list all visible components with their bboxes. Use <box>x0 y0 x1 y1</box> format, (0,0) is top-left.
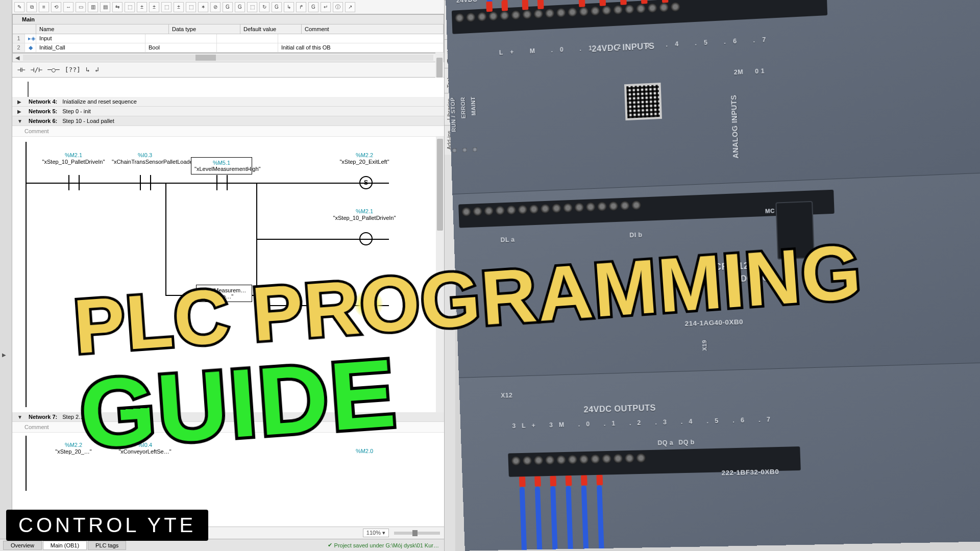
check-icon: ✔ <box>328 542 332 548</box>
network-row-4[interactable]: ▶ Network 4: Iniatialize and reset seque… <box>12 97 444 107</box>
toolbar-btn[interactable]: ⇆ <box>112 2 122 12</box>
col-comment[interactable]: Comment <box>302 24 444 34</box>
col-type[interactable]: Data type <box>169 24 240 34</box>
saved-message: ✔ Project saved under G:\Mój dysk\01 Kur… <box>328 542 439 548</box>
brand-text: CONTROL YTE <box>18 514 196 537</box>
col-default[interactable]: Default value <box>240 24 302 34</box>
branch-open-icon[interactable]: ↳ <box>86 66 90 73</box>
toolbar-btn[interactable]: G <box>235 2 245 12</box>
expand-icon[interactable]: ▼ <box>17 118 26 124</box>
zoom-select[interactable]: 110% ▾ <box>363 529 389 537</box>
tab-plc-tags[interactable]: PLC tags <box>88 541 126 550</box>
box-icon[interactable]: [??] <box>65 66 81 73</box>
coil[interactable] <box>359 232 373 245</box>
toolbar-btn[interactable]: G <box>272 2 282 12</box>
toolbar-btn[interactable]: ⬚ <box>161 2 172 12</box>
zoom-slider[interactable] <box>394 532 440 535</box>
toolbar-btn[interactable]: ⧉ <box>27 2 37 12</box>
set-coil[interactable] <box>359 176 373 189</box>
toolbar-btn[interactable]: G <box>223 2 233 12</box>
iface-row[interactable]: 2 ◆ Initial_Call Bool Initial call of th… <box>13 43 444 53</box>
collapse-icon[interactable]: ▶ <box>17 109 26 114</box>
iface-header: Name Data type Default value Comment <box>13 24 444 34</box>
plc-module-top: X10 24VDC DI a X11 DL b 24VD <box>446 0 980 200</box>
toolbar-btn[interactable]: ▤ <box>100 2 110 12</box>
tab-overview[interactable]: Overview <box>3 541 42 550</box>
toolbar-btn[interactable]: ↔ <box>63 2 74 12</box>
network-6-comment[interactable]: Comment <box>12 126 444 137</box>
tab-main-ob1[interactable]: Main (OB1) <box>43 541 87 550</box>
var-icon: ▸◈ <box>25 34 36 43</box>
coil-icon[interactable]: ─○─ <box>47 66 59 73</box>
iface-vscroll[interactable] <box>435 53 444 81</box>
editor-toolbar: ✎ ⧉ ≡ ⟲ ↔ ▭ ▥ ▤ ⇆ ⬚ ± ± ⬚ ± ⬚ ✶ ⊘ G G ⬚ … <box>12 0 444 14</box>
toolbar-btn[interactable]: G <box>308 2 318 12</box>
fbd-block[interactable]: %M5.1 "xLevelMeasurementHigh" <box>191 157 252 174</box>
scroll-left-icon[interactable]: ◀ <box>13 55 22 61</box>
toolbar-btn[interactable]: ✶ <box>198 2 208 12</box>
network-row-5[interactable]: ▶ Network 5: Step 0 - init <box>12 107 444 116</box>
toolbar-btn[interactable]: ± <box>137 2 147 12</box>
var-icon: ◆ <box>25 43 36 52</box>
toolbar-btn[interactable]: ± <box>174 2 184 12</box>
brand-badge: CONTROL YTE <box>6 510 208 541</box>
qr-code-icon <box>624 83 662 120</box>
toolbar-btn[interactable]: ▥ <box>88 2 98 12</box>
toolbar-btn[interactable]: ⬚ <box>247 2 257 12</box>
toolbar-btn[interactable]: ⊘ <box>210 2 220 12</box>
branch-close-icon[interactable]: ↲ <box>95 66 99 73</box>
network-row-6[interactable]: ▼ Network 6: Step 10 - Load pallet <box>12 116 444 126</box>
iface-hscroll[interactable]: ◀ ▶ <box>12 53 444 62</box>
no-contact-icon[interactable]: ⊣⊢ <box>17 66 26 73</box>
toolbar-btn[interactable]: ↳ <box>284 2 294 12</box>
collapse-icon[interactable]: ▶ <box>17 99 26 105</box>
toolbar-btn[interactable]: ⬚ <box>125 2 135 12</box>
toolbar-btn[interactable]: ▭ <box>76 2 86 12</box>
block-title: Main <box>13 15 444 24</box>
block-interface: Main Name Data type Default value Commen… <box>12 14 444 53</box>
expand-icon[interactable]: ▼ <box>17 414 26 420</box>
col-name[interactable]: Name <box>36 24 169 34</box>
toolbar-btn[interactable]: ± <box>149 2 159 12</box>
nc-contact-icon[interactable]: ⊣/⊢ <box>31 66 42 73</box>
toolbar-btn[interactable]: ↗ <box>345 2 355 12</box>
iface-row[interactable]: 1 ▸◈ Input <box>13 34 444 43</box>
toolbar-btn[interactable]: ↻ <box>259 2 270 12</box>
left-gutter: ▶ <box>0 0 12 551</box>
ladder-toolbar: ⊣⊢ ⊣/⊢ ─○─ [??] ↳ ↲ <box>12 62 444 78</box>
gutter-expand-icon[interactable]: ▶ <box>2 352 6 358</box>
toolbar-btn[interactable]: ⟲ <box>51 2 61 12</box>
toolbar-btn[interactable]: ↵ <box>321 2 331 12</box>
toolbar-btn[interactable]: ↱ <box>296 2 306 12</box>
toolbar-btn[interactable]: ⓘ <box>333 2 343 12</box>
toolbar-btn[interactable]: ⬚ <box>186 2 196 12</box>
toolbar-btn[interactable]: ✎ <box>14 2 24 12</box>
toolbar-btn[interactable]: ≡ <box>39 2 49 12</box>
